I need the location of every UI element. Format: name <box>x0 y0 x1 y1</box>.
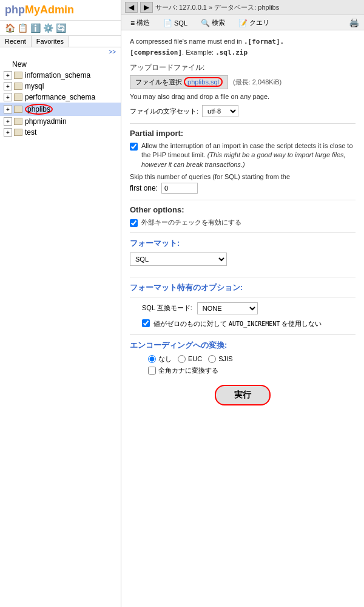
interrupt-text: Allow the interruption of an import in c… <box>141 141 356 169</box>
execute-button[interactable]: 実行 <box>215 385 271 405</box>
sidebar-item-phplibs[interactable]: + phplibs <box>0 103 121 116</box>
auto-increment-code: AUTO_INCREMENT <box>229 320 280 327</box>
db-label: performance_schema <box>25 93 95 101</box>
foreign-key-checkbox[interactable] <box>130 219 138 227</box>
sidebar-tab-bar: Recent Favorites <box>0 36 121 47</box>
first-one-label: first one: <box>130 184 158 192</box>
query-icon: 📝 <box>238 19 248 27</box>
structure-icon: ≡ <box>130 19 135 27</box>
skip-value-input[interactable] <box>161 183 198 194</box>
db-tree: New + information_schema + mysql + perfo… <box>0 56 121 607</box>
sql-compat-label: SQL 互換モード: <box>142 304 192 313</box>
file-name: phplibs.sql <box>184 77 223 87</box>
top-bar: ◀ ▶ サーバ: 127.0.0.1 » データベース: phplibs <box>121 0 364 15</box>
sidebar-item-performance-schema[interactable]: + performance_schema <box>0 92 121 103</box>
info-icon[interactable]: ℹ️ <box>30 23 41 33</box>
encoding-row-2: 全角カナに変換する <box>148 366 356 375</box>
sql-compat-row: SQL 互換モード: NONE ANSI DB2 MAXDB MYSQL323 … <box>130 302 356 314</box>
interrupt-checkbox[interactable] <box>130 143 138 151</box>
skip-text: Skip this number of queries (for SQL) st… <box>130 173 356 180</box>
sidebar-item-test[interactable]: + test <box>0 127 121 138</box>
expand-icon[interactable]: + <box>4 105 12 114</box>
other-options-title: Other options: <box>130 205 356 214</box>
tab-favorites[interactable]: Favorites <box>32 36 69 47</box>
sql-compat-select[interactable]: NONE ANSI DB2 MAXDB MYSQL323 MYSQL40 MSS… <box>197 302 258 314</box>
format-title: フォーマット: <box>130 238 356 249</box>
db-label: test <box>25 128 36 137</box>
logo: phpMyAdmin <box>0 0 121 21</box>
content-area: A compressed file's name must end in .[f… <box>121 30 364 607</box>
encoding-nashi-radio[interactable] <box>148 355 156 363</box>
skip-input-row: first one: <box>130 183 356 194</box>
format-select[interactable]: SQL CSV JSON XML <box>130 253 227 266</box>
sidebar-item-mysql[interactable]: + mysql <box>0 81 121 92</box>
encoding-sjis-label[interactable]: SJIS <box>208 355 232 363</box>
tab-query-label: クエリ <box>249 18 269 27</box>
db-label: phplibs <box>25 104 53 115</box>
db-link[interactable]: >> <box>109 49 116 55</box>
clipboard-icon[interactable]: 📋 <box>18 23 28 33</box>
new-label: New <box>12 60 27 69</box>
refresh-icon[interactable]: 🔄 <box>56 23 66 33</box>
format-specific-title: フォーマット特有のオプション: <box>130 282 356 293</box>
tab-recent[interactable]: Recent <box>0 36 32 47</box>
encoding-radio-group: なし EUC SJIS 全角カナに変換する <box>130 354 356 375</box>
encoding-row-1: なし EUC SJIS <box>148 354 356 364</box>
encoding-euc-radio[interactable] <box>178 355 186 363</box>
file-max: (最長: 2,048KiB) <box>233 78 281 87</box>
auto-increment-row: 値がゼロのものに対して AUTO_INCREMENT を使用しない <box>130 319 356 328</box>
expand-icon[interactable]: + <box>4 82 12 90</box>
format-options-section: SQL 互換モード: NONE ANSI DB2 MAXDB MYSQL323 … <box>130 297 356 328</box>
logo-myadmin: MyAdmin <box>25 4 74 16</box>
main-panel: ◀ ▶ サーバ: 127.0.0.1 » データベース: phplibs ≡ 構… <box>121 0 364 607</box>
home-icon[interactable]: 🏠 <box>5 23 15 33</box>
sidebar-item-phpmyadmin[interactable]: + phpmyadmin <box>0 116 121 127</box>
encoding-sjis-radio[interactable] <box>208 355 216 363</box>
expand-icon[interactable]: + <box>4 71 12 80</box>
db-icon <box>14 83 22 90</box>
tab-search[interactable]: 🔍 検索 <box>194 15 232 30</box>
tab-query[interactable]: 📝 クエリ <box>232 15 276 30</box>
charset-label: ファイルの文字セット: <box>130 107 198 116</box>
back-button[interactable]: ◀ <box>125 2 138 13</box>
encoding-euc-label[interactable]: EUC <box>178 355 202 363</box>
auto-increment-checkbox[interactable] <box>142 319 150 327</box>
sidebar-item-new[interactable]: New <box>0 59 121 70</box>
upload-label: アップロードファイル: <box>130 63 356 73</box>
tab-bar: ≡ 構造 📄 SQL 🔍 検索 📝 クエリ 🖨️ <box>121 15 364 30</box>
file-select-button[interactable]: ファイルを選択 phplibs.sql <box>130 75 228 89</box>
db-icon <box>14 93 22 101</box>
tab-sql[interactable]: 📄 SQL <box>157 16 194 30</box>
gear-icon[interactable]: ⚙️ <box>43 23 53 33</box>
charset-row: ファイルの文字セット: utf-8 utf-16 latin1 sjis euc… <box>130 105 356 117</box>
charset-select[interactable]: utf-8 utf-16 latin1 sjis euc-jp <box>202 105 238 117</box>
sidebar-item-information-schema[interactable]: + information_schema <box>0 70 121 81</box>
foreign-key-label: 外部キーのチェックを有効にする <box>141 218 241 227</box>
expand-icon[interactable]: + <box>4 128 12 137</box>
format-code: .[format]. <box>244 38 284 46</box>
print-icon[interactable]: 🖨️ <box>346 15 362 30</box>
db-label: mysql <box>25 82 44 90</box>
db-icon <box>14 129 22 136</box>
example-code: .sql.zip <box>215 49 248 56</box>
execute-section: 実行 <box>130 375 356 415</box>
logo-php: php <box>5 4 25 16</box>
tab-structure-label: 構造 <box>136 18 150 27</box>
zenwidth-label[interactable]: 全角カナに変換する <box>148 366 218 375</box>
tab-structure[interactable]: ≡ 構造 <box>124 15 157 30</box>
sql-icon: 📄 <box>163 19 172 27</box>
expand-icon[interactable]: + <box>4 117 12 126</box>
expand-icon[interactable]: + <box>4 93 12 101</box>
db-icon <box>14 72 22 79</box>
search-icon: 🔍 <box>201 19 210 27</box>
db-icon <box>14 106 22 113</box>
forward-button[interactable]: ▶ <box>140 2 153 13</box>
auto-increment-text: 値がゼロのものに対して AUTO_INCREMENT を使用しない <box>153 319 322 328</box>
encoding-nashi-label[interactable]: なし <box>148 354 172 364</box>
interrupt-checkbox-row: Allow the interruption of an import in c… <box>130 141 356 169</box>
encoding-title: エンコーディングへの変換: <box>130 340 356 351</box>
drag-drop-text: You may also drag and drop a file on any… <box>130 93 356 100</box>
zenwidth-checkbox[interactable] <box>148 367 156 375</box>
breadcrumb: サーバ: 127.0.0.1 » データベース: phplibs <box>155 3 279 12</box>
tab-sql-label: SQL <box>174 19 187 27</box>
